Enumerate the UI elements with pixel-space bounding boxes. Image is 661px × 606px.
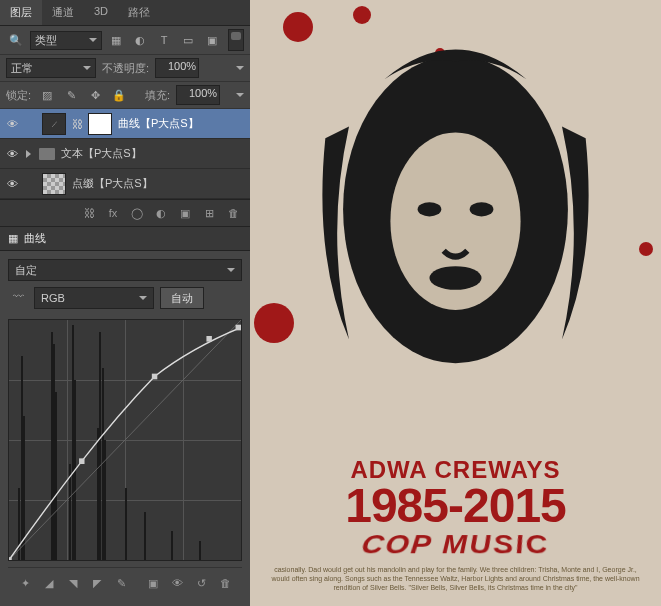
lock-row: 锁定: ▨ ✎ ✥ 🔒 填充: 100% (0, 82, 250, 109)
filter-type-dropdown[interactable]: 类型 (30, 31, 102, 50)
poster-text: ADWA CREWAYS 1985-2015 COP MUSIC casiona… (250, 456, 661, 596)
view-previous-icon[interactable]: 👁 (168, 574, 186, 592)
adjustment-icon[interactable]: ◐ (152, 204, 170, 222)
layer-footer: ⛓ fx ◯ ◐ ▣ ⊞ 🗑 (0, 199, 250, 226)
layer-name: 曲线【P大点S】 (118, 116, 199, 131)
filter-toggle[interactable] (228, 29, 244, 51)
search-icon: 🔍 (6, 31, 26, 49)
layer-list: 👁 ⟋ ⛓ 曲线【P大点S】 👁 文本【P大点S】 👁 点缀【P大点S】 (0, 109, 250, 199)
chevron-down-icon (89, 38, 97, 42)
filter-adjust-icon[interactable]: ◐ (130, 31, 150, 49)
svg-rect-1 (9, 557, 12, 560)
lock-position-icon[interactable]: ✥ (85, 86, 105, 104)
svg-rect-2 (79, 458, 84, 464)
expand-icon[interactable] (26, 150, 31, 158)
tab-channels[interactable]: 通道 (42, 0, 84, 25)
curves-panel: ▦ 曲线 自定 〰 RGB 自动 (0, 227, 250, 606)
svg-rect-4 (206, 336, 211, 342)
tab-layers[interactable]: 图层 (0, 0, 42, 25)
lock-all-icon[interactable]: 🔒 (109, 86, 129, 104)
lock-paint-icon[interactable]: ✎ (61, 86, 81, 104)
chevron-down-icon (83, 66, 91, 70)
folder-icon (39, 148, 55, 160)
curves-footer: ✦ ◢ ◥ ◤ ✎ ▣ 👁 ↺ 🗑 (8, 567, 242, 598)
chevron-down-icon (139, 296, 147, 300)
lock-label: 锁定: (6, 88, 31, 103)
curves-body: 自定 〰 RGB 自动 (0, 251, 250, 606)
visibility-icon[interactable]: 👁 (4, 118, 20, 130)
poster-caption: casionally. Dad would get out his mandol… (250, 561, 661, 596)
curves-header: ▦ 曲线 (0, 227, 250, 251)
svg-rect-3 (152, 374, 157, 380)
chevron-down-icon[interactable] (236, 66, 244, 70)
svg-point-9 (470, 202, 494, 216)
layer-name: 点缀【P大点S】 (72, 176, 153, 191)
left-panel: 图层 通道 3D 路径 🔍 类型 ▦ ◐ T ▭ ▣ 正常 不透明度: 100% (0, 0, 250, 606)
channel-value: RGB (41, 292, 65, 304)
filter-pixel-icon[interactable]: ▦ (106, 31, 126, 49)
fill-input[interactable]: 100% (176, 85, 220, 105)
svg-rect-5 (236, 325, 241, 331)
link-layers-icon[interactable]: ⛓ (80, 204, 98, 222)
layer-filter-bar: 🔍 类型 ▦ ◐ T ▭ ▣ (0, 26, 250, 55)
layer-mask-thumb[interactable] (88, 113, 112, 135)
layer-item-curves[interactable]: 👁 ⟋ ⛓ 曲线【P大点S】 (0, 109, 250, 139)
lock-transparent-icon[interactable]: ▨ (37, 86, 57, 104)
opacity-label: 不透明度: (102, 61, 149, 76)
link-icon: ⛓ (72, 118, 82, 130)
curves-title: 曲线 (24, 231, 46, 246)
filter-text-icon[interactable]: T (154, 31, 174, 49)
visibility-icon[interactable]: 👁 (4, 178, 20, 190)
panel-tabs: 图层 通道 3D 路径 (0, 0, 250, 26)
tab-3d[interactable]: 3D (84, 0, 118, 25)
clip-icon[interactable]: ▣ (144, 574, 162, 592)
chevron-down-icon (227, 268, 235, 272)
blend-mode-dropdown[interactable]: 正常 (6, 58, 96, 78)
sampler-icon[interactable]: ✦ (16, 574, 34, 592)
preset-dropdown[interactable]: 自定 (8, 259, 242, 281)
visibility-icon[interactable]: 👁 (4, 148, 20, 160)
layer-thumb: ⟋ (42, 113, 66, 135)
channel-dropdown[interactable]: RGB (34, 287, 154, 309)
layer-item-dots[interactable]: 👁 点缀【P大点S】 (0, 169, 250, 199)
trash-icon[interactable]: 🗑 (216, 574, 234, 592)
svg-line-0 (9, 320, 241, 560)
face-silhouette (270, 20, 641, 446)
fill-label: 填充: (145, 88, 170, 103)
filter-type-label: 类型 (35, 33, 57, 48)
mask-icon[interactable]: ◯ (128, 204, 146, 222)
poster-years: 1985-2015 (250, 484, 661, 527)
white-point-icon[interactable]: ◤ (88, 574, 106, 592)
filter-shape-icon[interactable]: ▭ (178, 31, 198, 49)
layer-thumb (42, 173, 66, 195)
svg-point-10 (429, 266, 481, 290)
svg-point-8 (418, 202, 442, 216)
preset-value: 自定 (15, 263, 37, 278)
gray-point-icon[interactable]: ◥ (64, 574, 82, 592)
layer-item-text-group[interactable]: 👁 文本【P大点S】 (0, 139, 250, 169)
lock-icons: ▨ ✎ ✥ 🔒 (37, 86, 129, 104)
opacity-input[interactable]: 100% (155, 58, 199, 78)
trash-icon[interactable]: 🗑 (224, 204, 242, 222)
blend-row: 正常 不透明度: 100% (0, 55, 250, 82)
adjustment-icon: ▦ (8, 232, 18, 245)
blend-mode-value: 正常 (11, 61, 33, 76)
new-layer-icon[interactable]: ⊞ (200, 204, 218, 222)
canvas[interactable]: ADWA CREWAYS 1985-2015 COP MUSIC casiona… (250, 0, 661, 606)
chevron-down-icon[interactable] (236, 93, 244, 97)
group-icon[interactable]: ▣ (176, 204, 194, 222)
filter-smart-icon[interactable]: ▣ (202, 31, 222, 49)
auto-button[interactable]: 自动 (160, 287, 204, 309)
black-point-icon[interactable]: ◢ (40, 574, 58, 592)
poster-portrait (270, 20, 641, 446)
curve-tool-icon[interactable]: 〰 (8, 287, 28, 305)
curve-line (9, 320, 241, 560)
layers-panel: 🔍 类型 ▦ ◐ T ▭ ▣ 正常 不透明度: 100% 锁定: ▨ (0, 26, 250, 227)
edit-points-icon[interactable]: ✎ (112, 574, 130, 592)
fx-icon[interactable]: fx (104, 204, 122, 222)
poster-subtitle: COP MUSIC (250, 529, 661, 560)
tab-paths[interactable]: 路径 (118, 0, 160, 25)
layer-name: 文本【P大点S】 (61, 146, 142, 161)
reset-icon[interactable]: ↺ (192, 574, 210, 592)
curve-graph[interactable] (8, 319, 242, 561)
